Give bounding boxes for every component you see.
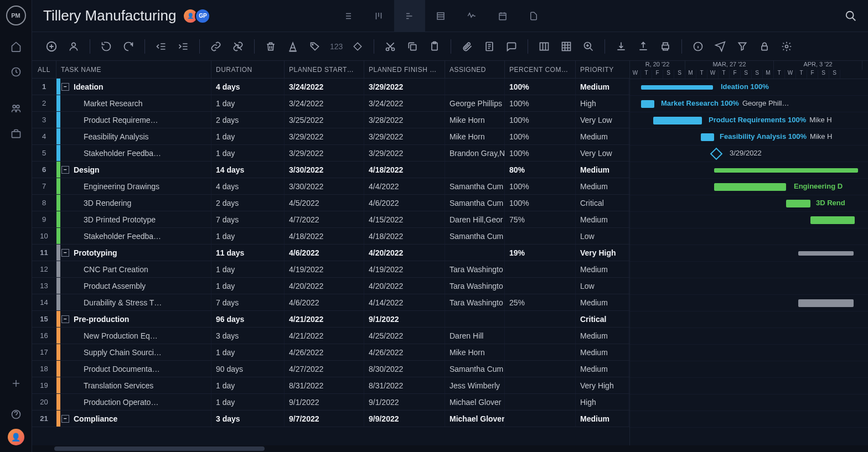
task-name-cell[interactable]: Stakeholder Feedba… — [56, 145, 211, 161]
assigned-cell[interactable] — [445, 79, 505, 95]
percent-cell[interactable]: 80% — [505, 162, 576, 178]
assigned-cell[interactable]: Daren Hill,Geor — [445, 211, 505, 227]
task-row[interactable]: 3Product Requireme…2 days3/25/20223/28/2… — [32, 112, 629, 128]
col-duration[interactable]: DURATION — [211, 61, 285, 78]
columns-icon[interactable] — [536, 38, 552, 55]
task-row[interactable]: 83D Rendering2 days4/5/20224/6/2022Saman… — [32, 195, 629, 211]
start-cell[interactable]: 3/29/2022 — [285, 128, 364, 144]
priority-cell[interactable]: Low — [576, 278, 629, 294]
task-row[interactable]: 93D Printed Prototype7 days4/7/20224/15/… — [32, 211, 629, 228]
start-cell[interactable]: 4/7/2022 — [285, 211, 364, 227]
view-files-icon[interactable] — [518, 0, 549, 32]
unlink-icon[interactable] — [230, 38, 246, 55]
task-row[interactable]: 2Market Research1 day3/24/20223/24/2022G… — [32, 95, 629, 112]
finish-cell[interactable]: 9/9/2022 — [364, 411, 445, 427]
help-icon[interactable] — [5, 403, 27, 425]
task-name-cell[interactable]: Market Research — [56, 95, 211, 111]
finish-cell[interactable]: 9/1/2022 — [364, 394, 445, 410]
priority-cell[interactable]: Medium — [576, 261, 629, 277]
start-cell[interactable]: 4/27/2022 — [285, 361, 364, 377]
priority-cell[interactable]: Critical — [576, 311, 629, 327]
priority-cell[interactable]: Medium — [576, 411, 629, 427]
scroll-thumb[interactable] — [54, 446, 265, 451]
start-cell[interactable]: 4/6/2022 — [285, 294, 364, 310]
filter-icon[interactable] — [734, 38, 751, 55]
add-task-icon[interactable] — [43, 38, 60, 55]
col-start[interactable]: PLANNED START… — [285, 61, 364, 78]
assigned-cell[interactable]: George Phillips — [445, 95, 505, 111]
task-name-cell[interactable]: Feasibility Analysis — [56, 128, 211, 144]
task-name-cell[interactable]: −Prototyping — [56, 245, 211, 261]
task-name-cell[interactable]: 3D Rendering — [56, 195, 211, 211]
comment-icon[interactable] — [503, 38, 520, 55]
task-name-cell[interactable]: Product Requireme… — [56, 112, 211, 128]
finish-cell[interactable]: 4/20/2022 — [364, 245, 445, 261]
percent-cell[interactable] — [505, 261, 576, 277]
duration-cell[interactable]: 1 day — [211, 377, 285, 393]
print-icon[interactable] — [657, 38, 674, 55]
team-icon[interactable] — [5, 97, 27, 120]
import-icon[interactable] — [613, 38, 629, 55]
duration-cell[interactable]: 1 day — [211, 145, 285, 161]
task-name-cell[interactable]: New Production Eq… — [56, 328, 211, 344]
task-row[interactable]: 4Feasibility Analysis1 day3/29/20223/29/… — [32, 128, 629, 145]
percent-cell[interactable] — [505, 377, 576, 393]
task-row[interactable]: 11−Prototyping11 days4/6/20224/20/202219… — [32, 245, 629, 261]
percent-cell[interactable] — [505, 228, 576, 244]
priority-cell[interactable]: Medium — [576, 211, 629, 227]
assigned-cell[interactable]: Samantha Cum — [445, 178, 505, 194]
export-icon[interactable] — [635, 38, 652, 55]
home-icon[interactable] — [5, 35, 27, 58]
assigned-cell[interactable]: Samantha Cum — [445, 195, 505, 211]
finish-cell[interactable]: 4/20/2022 — [364, 278, 445, 294]
tag-icon[interactable] — [307, 38, 323, 55]
assigned-cell[interactable]: Tara Washingto — [445, 294, 505, 310]
recent-icon[interactable] — [5, 61, 27, 83]
task-row[interactable]: 17Supply Chain Sourci…1 day4/26/20224/26… — [32, 344, 629, 361]
duration-cell[interactable]: 1 day — [211, 278, 285, 294]
assigned-cell[interactable]: Michael Glover — [445, 394, 505, 410]
percent-cell[interactable] — [505, 344, 576, 360]
duration-cell[interactable]: 4 days — [211, 178, 285, 194]
percent-cell[interactable]: 75% — [505, 211, 576, 227]
assigned-cell[interactable]: Tara Washingto — [445, 261, 505, 277]
assigned-cell[interactable]: Samantha Cum — [445, 228, 505, 244]
finish-cell[interactable]: 4/25/2022 — [364, 328, 445, 344]
cut-icon[interactable] — [382, 38, 399, 55]
task-name-cell[interactable]: Product Documenta… — [56, 361, 211, 377]
attachment-icon[interactable] — [459, 38, 476, 55]
assigned-cell[interactable]: Brandon Gray,N — [445, 145, 505, 161]
percent-cell[interactable] — [505, 394, 576, 410]
duration-cell[interactable]: 1 day — [211, 394, 285, 410]
task-grid[interactable]: ALL TASK NAME DURATION PLANNED START… PL… — [32, 61, 630, 452]
paste-icon[interactable] — [426, 38, 443, 55]
undo-icon[interactable] — [98, 38, 115, 55]
duration-cell[interactable]: 2 days — [211, 195, 285, 211]
view-gantt-icon[interactable] — [394, 0, 425, 32]
duration-cell[interactable]: 96 days — [211, 311, 285, 327]
percent-cell[interactable] — [505, 278, 576, 294]
duration-cell[interactable]: 3 days — [211, 328, 285, 344]
task-name-cell[interactable]: Translation Services — [56, 377, 211, 393]
task-name-cell[interactable]: Stakeholder Feedba… — [56, 228, 211, 244]
percent-cell[interactable] — [505, 361, 576, 377]
task-row[interactable]: 20Production Operato…1 day9/1/20229/1/20… — [32, 394, 629, 411]
view-sheet-icon[interactable] — [425, 0, 456, 32]
percent-cell[interactable] — [505, 328, 576, 344]
outdent-icon[interactable] — [153, 38, 169, 55]
duration-cell[interactable]: 4 days — [211, 79, 285, 95]
priority-cell[interactable]: High — [576, 95, 629, 111]
zoom-icon[interactable] — [580, 38, 597, 55]
view-calendar-icon[interactable] — [487, 0, 518, 32]
duration-cell[interactable]: 7 days — [211, 294, 285, 310]
assign-icon[interactable] — [65, 38, 82, 55]
assigned-cell[interactable]: Mike Horn — [445, 344, 505, 360]
start-cell[interactable]: 3/24/2022 — [285, 79, 364, 95]
finish-cell[interactable]: 4/15/2022 — [364, 211, 445, 227]
finish-cell[interactable]: 4/19/2022 — [364, 261, 445, 277]
lock-icon[interactable] — [756, 38, 773, 55]
assigned-cell[interactable]: Mike Horn — [445, 112, 505, 128]
search-icon[interactable] — [845, 10, 857, 22]
col-name[interactable]: TASK NAME — [56, 61, 211, 78]
task-name-cell[interactable]: −Design — [56, 162, 211, 178]
